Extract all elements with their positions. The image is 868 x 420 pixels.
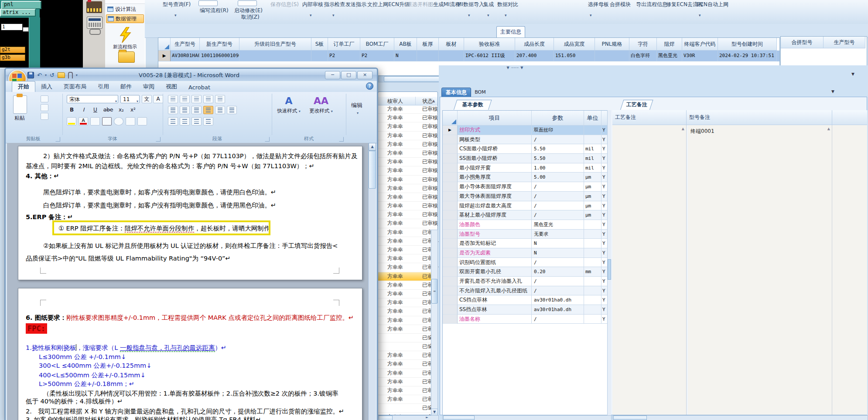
params-select-all[interactable] (443, 111, 458, 125)
params-table-row[interactable]: 最小拐角厚度 5.00 μm Y (443, 173, 610, 182)
review-list-item[interactable]: 方幸幸 已审核 (378, 228, 437, 237)
params-table-row[interactable]: SS面最小阻焊桥 5.50 mil Y (443, 154, 610, 163)
params-row-selector[interactable] (443, 267, 458, 277)
nav-menu-item[interactable]: 数据管理 (106, 14, 144, 23)
review-list-item[interactable]: 方幸幸 已审核 (378, 158, 437, 166)
param-value-cell[interactable]: N (532, 248, 584, 258)
param-item-cell[interactable]: 油墨型号 (458, 230, 532, 239)
param-value-cell[interactable]: / (532, 258, 584, 268)
toolbar-button[interactable]: 编写流程(R) (200, 7, 229, 14)
undo-icon[interactable]: ↶ (37, 72, 42, 78)
review-list-item[interactable]: 方幸幸 已审核 (378, 114, 437, 122)
param-item-cell[interactable]: CS挡点菲林 (458, 295, 532, 305)
params-table-row[interactable]: CS挡点菲林 av30r01ha0.dh Y (443, 295, 610, 305)
nav-menu-item[interactable]: 设计算法 (106, 5, 144, 14)
grid-cell[interactable]: AV30R01HA0 (171, 51, 200, 61)
params-hscrollbar-thumb[interactable] (443, 416, 475, 420)
process-remark-textarea[interactable]: ▲ (612, 125, 687, 415)
review-list-item[interactable]: 方幸幸 已审核 (378, 140, 437, 149)
font-name-combo[interactable]: 宋体▾ (67, 95, 118, 103)
ribbon-tab[interactable]: 页面布局 (58, 81, 92, 92)
character-border-button[interactable] (102, 117, 112, 125)
word-vscrollbar[interactable]: ▲ (368, 143, 376, 420)
review-list-item[interactable]: 方幸幸 已审核 (378, 378, 437, 386)
param-item-cell[interactable]: 最小阻焊开窗 (458, 163, 532, 173)
param-value-cell[interactable]: 5.00 (532, 173, 584, 182)
params-row-selector[interactable] (443, 135, 458, 145)
toolbar-input-2[interactable] (238, 0, 257, 6)
clipboard-dialog-launcher[interactable] (55, 137, 60, 142)
review-hscrollbar-thumb[interactable] (379, 416, 393, 420)
grid-cell[interactable]: P2 (328, 51, 360, 61)
params-row-selector[interactable] (443, 239, 458, 248)
dropdown-arrow-icon[interactable]: ▾ (332, 13, 335, 17)
grid-cell[interactable] (439, 51, 464, 61)
params-table-row[interactable]: 开窗孔是否不允许油墨入孔 / Y (443, 277, 610, 286)
param-value-cell[interactable]: / (532, 135, 584, 145)
undo-dropdown-icon[interactable]: ▾ (45, 73, 47, 77)
params-table-row[interactable]: 识别码位置图纸 / Y (443, 258, 610, 268)
params-row-selector[interactable] (443, 248, 458, 258)
toolbar-button[interactable]: 合拼模块 (610, 1, 631, 8)
review-list-item[interactable]: 方幸幸 已审核 (378, 166, 437, 175)
subtab-process-remark[interactable]: 工艺备注 (620, 100, 653, 110)
pnl-button[interactable]: pnl (1, 1, 41, 9)
review-list-item[interactable]: 方幸幸 已审核 (378, 369, 437, 378)
model-remark-header[interactable]: 型号备注 (687, 110, 832, 125)
grid-column-header[interactable]: 板材 (439, 38, 464, 51)
panel-splitter-dots[interactable]: ▼ ┄┄┄ ▼ (501, 66, 530, 70)
toolbar-button[interactable]: 选择母板 (588, 1, 609, 8)
scroll-up-icon[interactable]: ▲ (827, 127, 830, 131)
grid-column-header[interactable]: 阻焊 (657, 38, 682, 51)
ribbon-tab[interactable]: 审阅 (137, 81, 160, 92)
review-vscrollbar[interactable] (431, 230, 438, 416)
save-icon[interactable] (27, 72, 34, 78)
params-table-row[interactable]: 油墨颜色 黑色亚光 Y (443, 220, 610, 230)
review-list-item[interactable]: 方幸幸 已审核 (378, 193, 437, 202)
grid-cell[interactable] (417, 51, 439, 61)
review-list-item[interactable]: 方幸幸 已审核 (378, 290, 437, 298)
grid-column-header[interactable]: 成品宽度 (554, 38, 595, 51)
param-value-cell[interactable]: / (532, 182, 584, 192)
grow-font-button[interactable] (126, 117, 135, 125)
status-column-header[interactable]: 状态 (422, 98, 433, 105)
grid-column-header[interactable]: 生产型号 (171, 38, 200, 51)
quick-styles-button[interactable]: A 快速样式 ▾ (275, 95, 302, 120)
toolbar-button[interactable]: 发送指示 (345, 1, 366, 8)
params-row-selector[interactable] (443, 173, 458, 182)
review-list-item[interactable]: 方幸幸 已审核 (378, 263, 437, 272)
remarks-hscrollbar-thumb[interactable] (613, 416, 647, 420)
params-value-header[interactable]: 参数 (532, 111, 584, 125)
styles-dialog-launcher[interactable] (339, 137, 344, 142)
dropdown-arrow-icon[interactable]: ▾ (487, 13, 489, 17)
toolbar-button[interactable]: 数据对比 (497, 1, 518, 8)
highlight-color-button[interactable] (67, 117, 76, 125)
review-list-item[interactable]: 方幸幸 已审核 (378, 413, 437, 415)
change-case-button[interactable] (90, 117, 100, 125)
open-icon[interactable] (58, 72, 65, 78)
param-value-cell[interactable]: 双面丝印 (532, 125, 584, 135)
edit-group-button[interactable]: 编辑 (351, 102, 362, 109)
params-table-row[interactable]: SS挡点菲林 av30r01ha0.dh Y (443, 305, 610, 315)
grid-cell[interactable] (595, 51, 629, 61)
param-value-cell[interactable]: N (532, 239, 584, 248)
grid-cell[interactable]: 2024-02-29 10:37:51 (718, 51, 777, 61)
grid-cell[interactable] (239, 51, 311, 61)
redo-icon[interactable]: ↺ (50, 72, 55, 78)
new-flow-indication-label[interactable]: 新流程指示 (105, 44, 145, 50)
grid-cell[interactable]: 黑色亚光 (657, 51, 682, 61)
review-list-item[interactable]: 方幸幸 已审核 (378, 360, 437, 369)
grid-cell[interactable] (311, 51, 328, 61)
cut-icon[interactable] (41, 95, 48, 102)
legacy-input[interactable]: 1 (1, 24, 23, 30)
params-row-selector[interactable] (443, 315, 458, 324)
params-row-selector[interactable] (443, 277, 458, 286)
params-table-row[interactable]: 最小阻焊开窗 1.00 mil Y (443, 163, 610, 173)
remarks-hscrollbar[interactable] (612, 415, 868, 420)
grid-cell[interactable]: 151.050 (554, 51, 595, 61)
review-list-item[interactable]: 方幸幸 已审核 (378, 325, 437, 334)
review-list-item[interactable]: 方幸幸 已审核 (378, 219, 437, 228)
review-list-item[interactable]: 方幸幸 已审核 (378, 237, 437, 246)
review-list-item[interactable]: 方幸幸 已审核 (378, 202, 437, 210)
tab-bom[interactable]: BOM (472, 88, 489, 97)
